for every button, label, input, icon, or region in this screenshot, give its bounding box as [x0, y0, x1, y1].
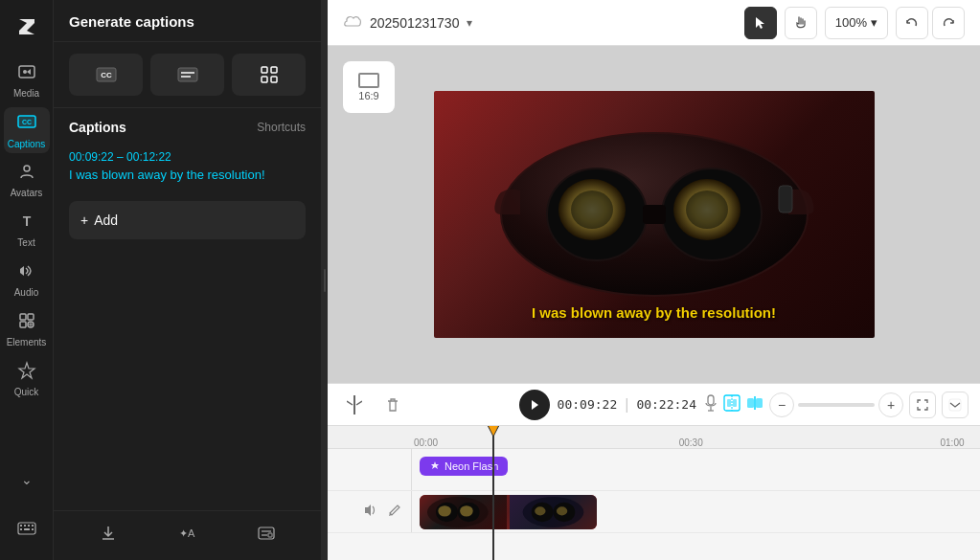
total-time: 00:22:24 [636, 397, 696, 412]
topbar: 202501231730 ▾ 100% ▾ [328, 0, 980, 46]
sidebar-item-text-label: Text [17, 237, 34, 248]
playhead[interactable] [492, 426, 494, 560]
svg-point-67 [535, 506, 545, 515]
svg-rect-58 [949, 399, 961, 411]
svg-rect-54 [733, 399, 737, 407]
volume-btn[interactable] [361, 502, 380, 522]
timeline-split-btn[interactable] [746, 394, 763, 415]
sidebar-item-media[interactable]: Media [4, 57, 50, 103]
add-caption-button[interactable]: + Add [69, 201, 306, 239]
cc-type-btn[interactable]: CC [69, 54, 143, 96]
zoom-track[interactable] [798, 403, 875, 407]
sidebar-item-elements-label: Elements [7, 337, 47, 347]
sidebar-item-audio-label: Audio [14, 287, 39, 298]
sidebar-item-audio[interactable]: Audio [4, 257, 50, 302]
aspect-ratio-badge: 16:9 [343, 61, 395, 113]
timeline-tracks: 00:00 00:30 01:00 Neon Flash [328, 426, 980, 560]
captions-section: Captions Shortcuts 00:09:22 – 00:12:22 I… [54, 108, 321, 510]
svg-text:CC: CC [21, 119, 31, 125]
subtitle-type-btn[interactable] [150, 54, 224, 96]
sidebar-item-elements[interactable]: Elements [4, 306, 50, 352]
svg-rect-16 [28, 525, 30, 526]
audio-icon [17, 261, 36, 285]
split-tool-btn[interactable] [339, 390, 370, 420]
select-tool-btn[interactable] [744, 7, 777, 39]
fx-badge[interactable]: Neon Flash [420, 457, 508, 476]
sidebar-item-captions[interactable]: CC Captions [4, 107, 50, 153]
play-btn[interactable] [519, 390, 550, 420]
svg-rect-44 [779, 186, 792, 213]
svg-rect-7 [20, 314, 26, 320]
zoom-level: 100% [835, 15, 867, 30]
shortcuts-link[interactable]: Shortcuts [257, 121, 306, 134]
sidebar-item-text[interactable]: T Text [4, 207, 50, 253]
caption-item[interactable]: 00:09:22 – 00:12:22 I was blown away by … [54, 143, 321, 193]
topbar-left: 202501231730 ▾ [343, 12, 733, 33]
add-label: Add [94, 213, 118, 228]
svg-line-47 [356, 401, 362, 405]
caption-settings-btn[interactable] [250, 521, 283, 550]
sidebar: Media CC Captions Avatars T Text [0, 0, 54, 560]
sidebar-item-avatars[interactable]: Avatars [4, 157, 50, 203]
svg-point-42 [686, 190, 728, 229]
panel-footer: ✦A [54, 510, 321, 560]
zoom-control[interactable]: 100% ▾ [825, 7, 888, 39]
project-dropdown-arrow[interactable]: ▾ [467, 16, 472, 30]
caption-type-row: CC [54, 42, 321, 108]
mic-btn[interactable] [704, 394, 718, 415]
undo-btn[interactable] [896, 7, 928, 39]
captions-panel: Generate captions CC Capti [54, 0, 322, 560]
svg-rect-53 [727, 399, 731, 407]
svg-point-41 [571, 190, 613, 229]
svg-text:CC: CC [101, 71, 112, 79]
current-time: 00:09:22 [558, 397, 618, 412]
sidebar-keyboard-btn[interactable] [4, 506, 50, 552]
text-icon: T [17, 212, 36, 235]
time-ruler: 00:00 00:30 01:00 [328, 426, 980, 449]
svg-rect-35 [268, 533, 272, 537]
redo-btn[interactable] [932, 7, 965, 39]
delete-clip-btn[interactable] [377, 390, 408, 420]
video-preview: I was blown away by the resolution! [434, 91, 875, 338]
download-captions-btn[interactable] [92, 521, 125, 550]
sidebar-item-captions-label: Captions [8, 139, 45, 149]
panel-title: Generate captions [54, 0, 321, 42]
svg-rect-20 [32, 528, 34, 530]
zoom-out-btn[interactable]: − [769, 392, 794, 417]
video-thumb-2 [510, 495, 597, 529]
svg-rect-23 [178, 68, 197, 81]
svg-rect-56 [756, 398, 763, 408]
cloud-icon [343, 12, 362, 33]
translate-captions-btn[interactable]: ✦A [170, 521, 204, 550]
zoom-in-btn[interactable]: + [878, 392, 903, 417]
sidebar-item-quick-label: Quick [14, 387, 39, 397]
project-name: 202501231730 [370, 15, 459, 31]
fx-label: Neon Flash [444, 460, 498, 472]
svg-point-68 [557, 506, 567, 515]
video-track-controls [328, 491, 412, 532]
svg-rect-27 [271, 67, 277, 73]
fullscreen-timeline-btn[interactable] [909, 392, 936, 418]
align-btn[interactable] [723, 394, 741, 415]
svg-rect-9 [20, 322, 26, 327]
svg-point-62 [438, 505, 451, 516]
fx-track-row: Neon Flash [328, 449, 980, 491]
captions-icon: CC [16, 111, 37, 137]
sidebar-expand-btn[interactable]: ⌄ [4, 457, 50, 503]
edit-clip-btn[interactable] [386, 502, 403, 522]
svg-rect-18 [20, 528, 22, 530]
video-clip[interactable] [420, 495, 597, 529]
elements-icon [17, 311, 36, 335]
scan-type-btn[interactable] [232, 54, 306, 96]
hand-tool-btn[interactable] [785, 7, 817, 39]
video-background [434, 91, 875, 338]
quick-icon [17, 361, 36, 385]
timeline-more-btn[interactable] [942, 392, 969, 418]
timeline: 00:09:22 | 00:22:24 [328, 383, 980, 560]
svg-point-1 [23, 70, 27, 74]
svg-rect-43 [643, 205, 666, 224]
logo [4, 8, 50, 46]
svg-rect-28 [262, 77, 267, 82]
sidebar-item-quick[interactable]: Quick [4, 356, 50, 402]
svg-rect-15 [24, 525, 26, 526]
